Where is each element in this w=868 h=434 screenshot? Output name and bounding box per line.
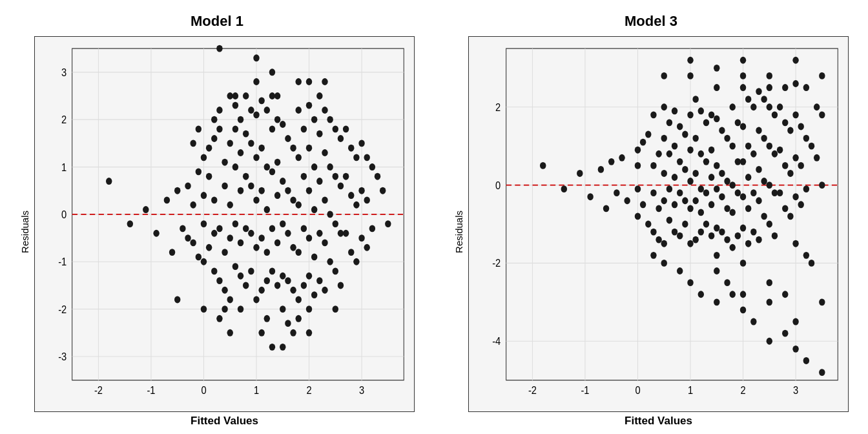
svg-point-128 — [301, 173, 307, 180]
svg-point-381 — [661, 72, 667, 79]
svg-point-40 — [196, 168, 202, 175]
svg-point-256 — [650, 229, 656, 236]
svg-point-402 — [767, 298, 772, 305]
svg-point-102 — [269, 267, 275, 274]
svg-text:-3: -3 — [58, 351, 67, 362]
svg-text:1: 1 — [688, 384, 693, 396]
svg-point-211 — [216, 315, 222, 322]
svg-point-373 — [798, 123, 803, 130]
svg-point-93 — [258, 287, 264, 294]
svg-point-139 — [311, 206, 317, 213]
svg-point-207 — [248, 107, 254, 114]
svg-point-194 — [232, 102, 238, 109]
svg-point-163 — [343, 125, 349, 132]
svg-point-177 — [364, 244, 369, 251]
svg-point-199 — [316, 92, 322, 99]
svg-point-127 — [301, 125, 307, 132]
svg-point-200 — [333, 305, 338, 313]
svg-point-404 — [782, 291, 788, 298]
svg-text:3: 3 — [793, 384, 798, 396]
svg-point-178 — [369, 163, 375, 170]
svg-point-125 — [296, 249, 302, 256]
svg-point-257 — [656, 150, 661, 158]
svg-point-312 — [719, 127, 725, 134]
svg-point-130 — [301, 282, 307, 289]
svg-point-107 — [274, 239, 280, 246]
y-axis-label-model3: Residuals — [453, 211, 464, 253]
svg-point-383 — [714, 65, 719, 72]
svg-point-346 — [756, 166, 761, 173]
svg-point-254 — [650, 162, 656, 169]
svg-point-59 — [222, 249, 227, 256]
svg-point-72 — [238, 187, 243, 194]
svg-point-94 — [264, 107, 270, 114]
svg-point-104 — [274, 116, 280, 123]
svg-point-36 — [185, 182, 191, 189]
svg-point-270 — [672, 143, 677, 150]
svg-point-301 — [703, 221, 709, 228]
svg-point-248 — [635, 212, 641, 220]
svg-point-29 — [127, 220, 133, 227]
svg-point-348 — [756, 236, 761, 243]
svg-point-120 — [290, 244, 296, 251]
svg-point-345 — [756, 127, 761, 134]
svg-point-34 — [174, 187, 180, 194]
svg-point-134 — [306, 234, 312, 242]
svg-point-113 — [280, 305, 285, 313]
svg-point-277 — [677, 232, 683, 240]
svg-point-28 — [106, 178, 112, 185]
svg-point-159 — [338, 135, 344, 142]
svg-text:-2: -2 — [94, 384, 103, 396]
svg-point-392 — [782, 84, 788, 91]
svg-point-331 — [740, 158, 746, 165]
svg-point-336 — [745, 143, 751, 150]
svg-point-332 — [740, 193, 746, 200]
svg-point-96 — [264, 206, 270, 213]
svg-point-334 — [740, 260, 746, 267]
svg-text:2: 2 — [306, 384, 311, 396]
svg-point-152 — [327, 163, 333, 170]
svg-point-35 — [180, 225, 185, 232]
svg-point-74 — [238, 273, 243, 280]
svg-point-187 — [269, 68, 275, 76]
svg-point-389 — [809, 260, 814, 267]
svg-point-339 — [745, 240, 751, 247]
svg-point-359 — [772, 189, 778, 196]
svg-point-396 — [740, 72, 746, 79]
svg-point-136 — [306, 329, 312, 336]
svg-text:-2: -2 — [58, 304, 67, 315]
plot-container-model3: -2-1012320-2-4Fitted Values — [468, 36, 849, 428]
plot-svg-model3: -2-1012320-2-4 — [468, 36, 849, 412]
svg-point-251 — [645, 131, 651, 138]
svg-point-39 — [190, 239, 196, 246]
svg-text:3: 3 — [359, 384, 364, 396]
svg-point-126 — [296, 296, 302, 304]
svg-point-241 — [608, 158, 614, 165]
plot-svg-model1: -2-101233210-1-2-3 — [34, 36, 415, 412]
svg-point-99 — [269, 125, 275, 132]
svg-point-110 — [280, 178, 285, 185]
svg-point-95 — [264, 163, 270, 170]
svg-point-108 — [274, 282, 280, 289]
svg-point-57 — [222, 159, 227, 166]
svg-point-366 — [782, 205, 788, 212]
svg-point-198 — [285, 320, 291, 327]
svg-point-210 — [269, 92, 275, 99]
svg-point-400 — [740, 291, 746, 298]
plot-container-model1: -2-101233210-1-2-3Fitted Values — [34, 36, 415, 428]
svg-point-206 — [258, 329, 264, 336]
svg-point-67 — [232, 163, 238, 170]
svg-point-342 — [750, 189, 756, 196]
svg-point-56 — [216, 277, 222, 284]
svg-point-394 — [803, 84, 809, 91]
svg-point-414 — [677, 267, 683, 274]
svg-point-167 — [348, 192, 354, 199]
svg-point-347 — [756, 197, 761, 204]
y-axis-label-model1: Residuals — [19, 211, 30, 253]
svg-point-90 — [258, 145, 264, 152]
svg-point-287 — [687, 240, 693, 247]
svg-point-309 — [714, 185, 719, 192]
svg-point-294 — [698, 150, 704, 158]
svg-point-378 — [809, 143, 814, 150]
svg-point-388 — [803, 252, 809, 259]
